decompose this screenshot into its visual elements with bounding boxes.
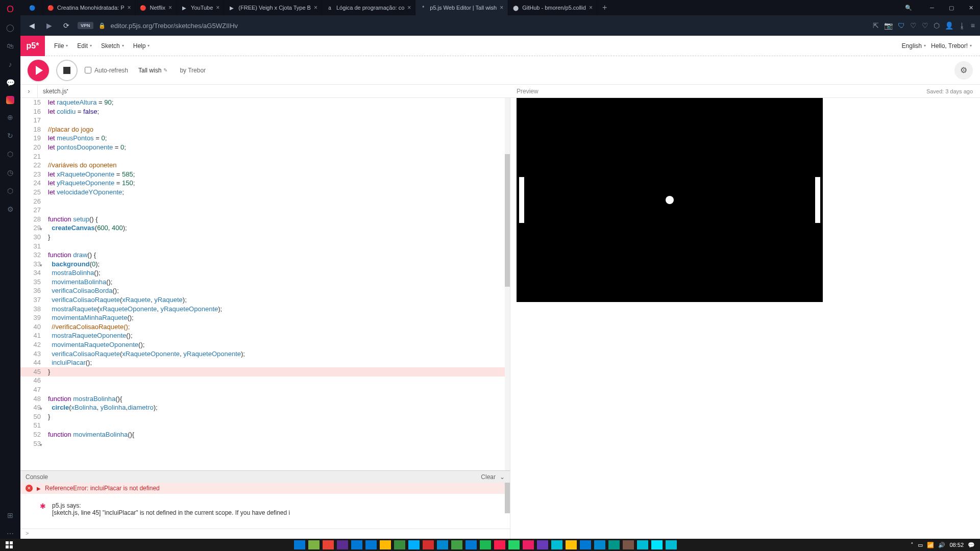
menu-help[interactable]: Help (130, 39, 153, 53)
forward-button[interactable]: ▶ (43, 19, 55, 32)
p5-logo[interactable]: p5* (20, 36, 45, 56)
console-body[interactable]: ✕ ▶ ReferenceError: incluiPlacar is not … (20, 483, 510, 529)
taskbar-app-25[interactable] (651, 540, 663, 549)
taskbar-app-1[interactable] (308, 540, 320, 549)
fold-marker[interactable]: ▾ (40, 225, 42, 234)
sidebar-bookmarks-icon[interactable]: ⬡ (5, 149, 15, 159)
tab-close-icon[interactable]: × (314, 4, 317, 11)
taskbar-app-23[interactable] (623, 540, 634, 549)
sidebar-music-icon[interactable]: ♪ (5, 59, 15, 69)
browser-tab-2[interactable]: 🔴Netflix× (135, 0, 177, 15)
system-tray[interactable]: ˄ ▭ 📶 🔊 08:52 💬 (911, 542, 980, 548)
auto-refresh-checkbox[interactable] (85, 67, 91, 73)
fold-marker[interactable]: ▾ (40, 261, 42, 270)
menu-file[interactable]: File (51, 39, 71, 53)
editor-scrollbar[interactable] (505, 154, 510, 287)
stop-button[interactable] (56, 60, 78, 81)
heart-icon[interactable]: ♡ (922, 21, 928, 30)
window-maximize-button[interactable]: ▢ (942, 0, 961, 15)
url-field[interactable]: editor.p5js.org/Trebor/sketches/aG5WZIIH… (111, 22, 868, 30)
easy-setup-icon[interactable]: ≡ (971, 21, 975, 30)
taskbar-app-26[interactable] (666, 540, 677, 549)
browser-tab-0[interactable]: 🔵 (24, 0, 43, 15)
browser-tab-4[interactable]: ▶(FREE) Veigh x Cjota Type B× (224, 0, 322, 15)
taskbar-app-4[interactable] (351, 540, 362, 549)
browser-tab-5[interactable]: aLógica de programação: co× (322, 0, 415, 15)
tray-battery-icon[interactable]: ▭ (918, 542, 923, 548)
browser-tab-6[interactable]: *p5.js Web Editor | Tall wish× (415, 0, 508, 15)
sketch-name[interactable]: Tall wish ✎ (138, 67, 167, 74)
download-icon[interactable]: ⭳ (959, 21, 966, 30)
taskbar-app-14[interactable] (494, 540, 505, 549)
browser-tab-1[interactable]: 🔴Creatina Monohidratada: P× (43, 0, 135, 15)
tab-search-icon[interactable]: 🔍 (899, 0, 918, 15)
sidebar-chat-icon[interactable]: 💬 (5, 78, 15, 88)
menu-edit[interactable]: Edit (74, 39, 95, 53)
sidebar-clock-icon[interactable]: ◷ (5, 167, 15, 178)
taskbar-app-18[interactable] (551, 540, 562, 549)
tab-close-icon[interactable]: × (407, 4, 411, 11)
tab-close-icon[interactable]: × (589, 4, 593, 11)
browser-tab-7[interactable]: ⬤GitHub - bmoren/p5.collid× (508, 0, 597, 15)
file-tab[interactable]: sketch.js• (38, 87, 74, 95)
taskbar-app-2[interactable] (323, 540, 334, 549)
back-button[interactable]: ◀ (26, 19, 38, 32)
taskbar-app-12[interactable] (465, 540, 477, 549)
taskbar-app-22[interactable] (608, 540, 620, 549)
opera-logo-icon[interactable]: O (5, 4, 15, 14)
taskbar-app-15[interactable] (508, 540, 520, 549)
tray-volume-icon[interactable]: 🔊 (938, 542, 945, 548)
taskbar-app-10[interactable] (437, 540, 448, 549)
taskbar-app-20[interactable] (580, 540, 591, 549)
taskbar-app-24[interactable] (637, 540, 648, 549)
code-editor[interactable]: 1516171819202122232425262728293031323334… (20, 98, 510, 470)
fold-marker[interactable]: ▾ (40, 405, 42, 414)
error-expand-icon[interactable]: ▶ (37, 486, 41, 491)
taskbar-app-16[interactable] (523, 540, 534, 549)
taskbar-app-5[interactable] (365, 540, 377, 549)
sketch-canvas[interactable] (517, 98, 823, 302)
tab-close-icon[interactable]: × (168, 4, 172, 11)
tab-close-icon[interactable]: × (216, 4, 219, 11)
tray-notifications-icon[interactable]: 💬 (968, 542, 975, 548)
user-menu[interactable]: Hello, Trebor! (931, 42, 972, 49)
bookmark-icon[interactable]: ♡ (910, 21, 917, 30)
vpn-badge[interactable]: VPN (78, 22, 93, 29)
auto-refresh-toggle[interactable]: Auto-refresh (85, 67, 128, 74)
language-dropdown[interactable]: English (902, 42, 926, 49)
taskbar-app-19[interactable] (566, 540, 577, 549)
sidebar-workspace-icon[interactable]: ◯ (5, 22, 15, 33)
tab-close-icon[interactable]: × (127, 4, 131, 11)
menu-sketch[interactable]: Sketch (98, 39, 127, 53)
start-button[interactable] (0, 539, 18, 551)
taskbar-app-7[interactable] (394, 540, 405, 549)
window-close-button[interactable]: ✕ (962, 0, 980, 15)
pencil-icon[interactable]: ✎ (163, 67, 167, 73)
taskbar-app-13[interactable] (480, 540, 491, 549)
console-prompt[interactable]: > (20, 529, 510, 539)
console-clear-button[interactable]: Clear (481, 473, 496, 481)
taskbar-app-3[interactable] (337, 540, 348, 549)
taskbar-app-17[interactable] (537, 540, 548, 549)
instagram-icon[interactable] (6, 96, 14, 104)
taskbar-app-6[interactable] (380, 540, 391, 549)
taskbar-app-9[interactable] (423, 540, 434, 549)
sidebar-history-icon[interactable]: ↻ (5, 131, 15, 141)
tray-clock[interactable]: 08:52 (949, 542, 964, 548)
cube-icon[interactable]: ⬡ (934, 21, 940, 30)
settings-button[interactable]: ⚙ (954, 61, 973, 80)
console-scrollbar[interactable] (505, 483, 510, 513)
tray-wifi-icon[interactable]: 📶 (927, 542, 934, 548)
shield-icon[interactable]: 🛡 (898, 21, 905, 30)
sidebar-settings-icon[interactable]: ⚙ (5, 204, 15, 214)
taskbar-app-8[interactable] (408, 540, 420, 549)
play-button[interactable] (28, 60, 49, 81)
sidebar-downloads-icon[interactable]: ⬡ (5, 186, 15, 196)
reload-button[interactable]: ⟳ (60, 19, 72, 32)
sidebar-speed-icon[interactable]: ⊕ (5, 112, 15, 122)
send-to-flow-icon[interactable]: ⇱ (873, 21, 879, 30)
sidebar-bag-icon[interactable]: 🛍 (5, 41, 15, 51)
tray-expand-icon[interactable]: ˄ (911, 542, 914, 548)
window-minimize-button[interactable]: ─ (923, 0, 941, 15)
fold-marker[interactable]: ▾ (40, 441, 42, 450)
